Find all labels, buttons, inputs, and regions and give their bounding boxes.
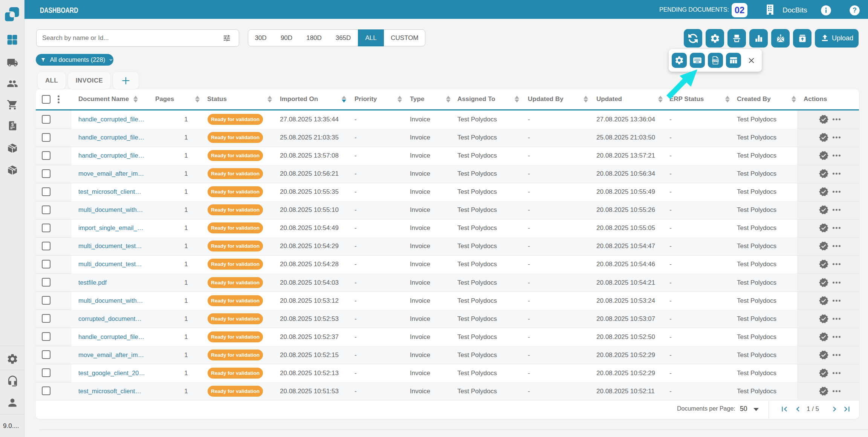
svg-text:LOG: LOG xyxy=(713,59,718,62)
svg-text:?: ? xyxy=(853,6,857,14)
svg-text:$: $ xyxy=(11,122,14,127)
